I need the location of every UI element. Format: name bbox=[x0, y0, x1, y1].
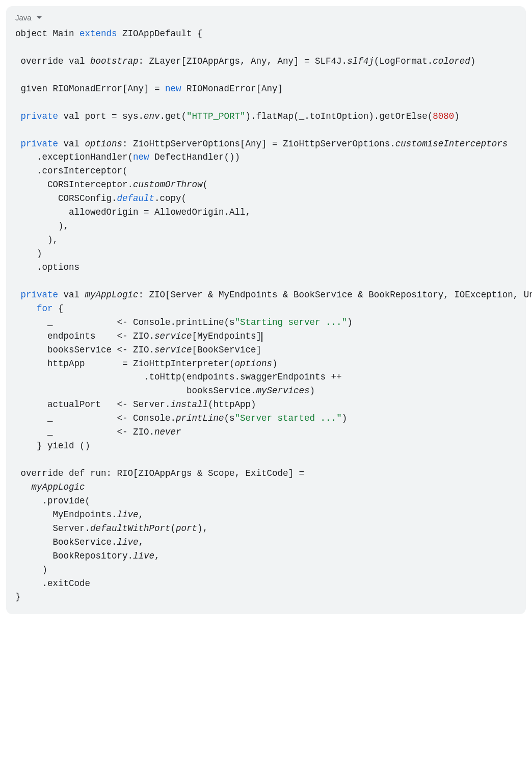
identifier: defaultWithPort bbox=[90, 523, 171, 534]
keyword: extends bbox=[79, 29, 117, 39]
code-text: ) bbox=[470, 56, 476, 66]
code-text: DefectHandler()) bbox=[149, 152, 241, 162]
code-text: .options bbox=[15, 262, 79, 272]
identifier: port bbox=[176, 523, 197, 534]
code-text: ) bbox=[342, 413, 348, 423]
code-block-container: Java object Main extends ZIOAppDefault {… bbox=[6, 6, 526, 614]
code-text: val bbox=[58, 139, 85, 149]
code-text: : ZIO[Server & MyEndpoints & BookService… bbox=[139, 290, 532, 300]
identifier: service bbox=[154, 331, 192, 341]
keyword: private bbox=[15, 139, 58, 149]
code-text: ZIOAppDefault { bbox=[117, 29, 203, 39]
code-text: ), bbox=[15, 235, 58, 245]
identifier: options bbox=[85, 139, 123, 149]
keyword: private bbox=[15, 290, 58, 300]
identifier: default bbox=[117, 193, 155, 204]
text-cursor-icon bbox=[261, 332, 262, 341]
code-text: : ZioHttpServerOptions[Any] = ZioHttpSer… bbox=[122, 139, 395, 149]
code-text: endpoints <- ZIO. bbox=[15, 331, 154, 341]
identifier: customiseInterceptors bbox=[395, 139, 508, 149]
code-text: ), bbox=[15, 221, 69, 231]
code-text: val bbox=[58, 290, 85, 300]
code-text: BookService. bbox=[15, 537, 117, 547]
code-text: } yield () bbox=[15, 441, 90, 451]
number-literal: 8080 bbox=[433, 111, 454, 121]
code-text: [MyEndpoints] bbox=[192, 331, 262, 341]
code-text: CORSConfig. bbox=[15, 193, 117, 204]
code-text: : ZLayer[ZIOAppArgs, Any, Any] = SLF4J. bbox=[139, 56, 348, 66]
code-text: CORSInterceptor. bbox=[15, 180, 133, 190]
code-text: MyEndpoints. bbox=[15, 510, 117, 520]
code-text: given RIOMonadError[Any] = bbox=[15, 84, 165, 94]
code-text: ( bbox=[203, 180, 208, 190]
code-text: .copy( bbox=[154, 193, 187, 204]
code-text: ), bbox=[197, 523, 208, 534]
string-literal: "Starting server ..." bbox=[235, 317, 348, 327]
code-text: allowedOrigin = AllowedOrigin.All, bbox=[15, 207, 251, 217]
code-text: , bbox=[154, 551, 160, 561]
identifier: colored bbox=[433, 56, 470, 66]
keyword: private bbox=[15, 111, 58, 121]
identifier: live bbox=[117, 510, 139, 520]
code-text: { bbox=[53, 303, 64, 314]
identifier: myAppLogic bbox=[85, 290, 139, 300]
language-label: Java bbox=[15, 13, 32, 22]
code-text: ) bbox=[15, 248, 42, 259]
code-text: booksService. bbox=[15, 386, 256, 396]
code-text: , bbox=[139, 537, 144, 547]
code-text: ) bbox=[454, 111, 460, 121]
identifier: slf4j bbox=[347, 56, 374, 66]
string-literal: "Server started ..." bbox=[235, 413, 342, 423]
code-text: val port = sys. bbox=[58, 111, 144, 121]
code-text: ( bbox=[171, 523, 176, 534]
code-text: .toHttp(endpoints.swaggerEndpoints ++ bbox=[15, 372, 342, 382]
code-text: booksService <- ZIO. bbox=[15, 345, 154, 355]
identifier: printLine bbox=[176, 413, 224, 423]
code-text: Server. bbox=[15, 523, 90, 534]
identifier: env bbox=[144, 111, 160, 121]
identifier: live bbox=[117, 537, 139, 547]
code-text: (s bbox=[224, 413, 235, 423]
identifier: options bbox=[235, 359, 273, 369]
identifier: myServices bbox=[256, 386, 310, 396]
code-text: _ <- ZIO. bbox=[15, 427, 154, 437]
code-header[interactable]: Java bbox=[15, 13, 517, 22]
code-text: _ <- Console.printLine(s bbox=[15, 317, 235, 327]
string-literal: "HTTP_PORT" bbox=[187, 111, 246, 121]
code-text: } bbox=[15, 592, 21, 602]
code-text: ) bbox=[347, 317, 353, 327]
keyword: new bbox=[165, 84, 181, 94]
code-text: actualPort <- Server. bbox=[15, 399, 171, 410]
code-text: _ <- Console. bbox=[15, 413, 176, 423]
code-text: ) bbox=[15, 565, 47, 575]
code-text: .provide( bbox=[15, 496, 90, 506]
code-text: .get( bbox=[160, 111, 187, 121]
identifier: customOrThrow bbox=[133, 180, 203, 190]
keyword: for bbox=[15, 303, 53, 314]
identifier: install bbox=[171, 399, 208, 410]
code-text: (LogFormat. bbox=[374, 56, 433, 66]
identifier: myAppLogic bbox=[15, 482, 85, 492]
code-text: RIOMonadError[Any] bbox=[181, 84, 283, 94]
code-text: , bbox=[139, 510, 144, 520]
identifier: service bbox=[154, 345, 192, 355]
code-text: .exitCode bbox=[15, 578, 90, 589]
code-text: [BookService] bbox=[192, 345, 262, 355]
identifier: never bbox=[154, 427, 181, 437]
code-text: override def run: RIO[ZIOAppArgs & Scope… bbox=[15, 468, 304, 478]
code-content: object Main extends ZIOAppDefault { over… bbox=[15, 27, 517, 604]
caret-down-icon bbox=[37, 16, 42, 19]
code-text: .exceptionHandler( bbox=[15, 152, 133, 162]
code-text: ).flatMap(_.toIntOption).getOrElse( bbox=[246, 111, 433, 121]
code-text: (httpApp) bbox=[208, 399, 256, 410]
keyword: new bbox=[133, 152, 149, 162]
code-text: .corsInterceptor( bbox=[15, 166, 128, 176]
code-text: ) bbox=[310, 386, 315, 396]
code-text: object Main bbox=[15, 29, 79, 39]
code-text: ) bbox=[272, 359, 278, 369]
identifier: bootstrap bbox=[90, 56, 139, 66]
code-text: override val bbox=[15, 56, 90, 66]
code-text: httpApp = ZioHttpInterpreter( bbox=[15, 359, 235, 369]
identifier: live bbox=[133, 551, 154, 561]
code-text: BookRepository. bbox=[15, 551, 133, 561]
